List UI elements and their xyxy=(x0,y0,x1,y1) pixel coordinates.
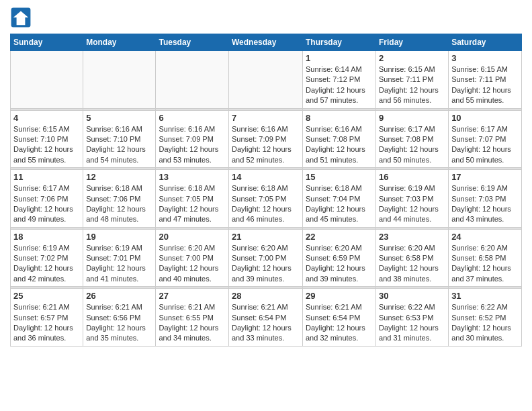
calendar-cell: 6Sunrise: 6:16 AM Sunset: 7:09 PM Daylig… xyxy=(156,110,229,168)
day-info: Sunrise: 6:20 AM Sunset: 6:59 PM Dayligh… xyxy=(306,243,373,285)
weekday-header: Tuesday xyxy=(156,34,229,51)
day-number: 6 xyxy=(159,113,226,123)
calendar-cell: 20Sunrise: 6:20 AM Sunset: 7:00 PM Dayli… xyxy=(156,229,229,287)
weekday-header-row: SundayMondayTuesdayWednesdayThursdayFrid… xyxy=(11,34,522,51)
calendar-cell xyxy=(229,51,303,109)
day-number: 24 xyxy=(451,232,519,242)
day-number: 2 xyxy=(379,53,445,63)
day-info: Sunrise: 6:20 AM Sunset: 7:00 PM Dayligh… xyxy=(159,243,226,285)
day-number: 25 xyxy=(13,291,80,301)
day-number: 15 xyxy=(306,172,373,182)
calendar-cell: 11Sunrise: 6:17 AM Sunset: 7:06 PM Dayli… xyxy=(11,170,83,228)
day-number: 22 xyxy=(306,232,373,242)
calendar-week-row: 11Sunrise: 6:17 AM Sunset: 7:06 PM Dayli… xyxy=(11,170,522,228)
calendar-cell: 9Sunrise: 6:17 AM Sunset: 7:08 PM Daylig… xyxy=(376,110,449,168)
logo xyxy=(10,7,34,28)
day-number: 31 xyxy=(451,291,519,301)
weekday-header: Wednesday xyxy=(229,34,303,51)
calendar-cell: 2Sunrise: 6:15 AM Sunset: 7:11 PM Daylig… xyxy=(376,51,449,109)
day-number: 9 xyxy=(379,113,445,123)
day-number: 26 xyxy=(86,291,152,301)
day-number: 1 xyxy=(306,53,373,63)
day-number: 17 xyxy=(451,172,519,182)
day-info: Sunrise: 6:22 AM Sunset: 6:53 PM Dayligh… xyxy=(379,302,445,344)
day-info: Sunrise: 6:16 AM Sunset: 7:09 PM Dayligh… xyxy=(159,124,226,166)
day-info: Sunrise: 6:20 AM Sunset: 6:58 PM Dayligh… xyxy=(451,243,519,285)
day-info: Sunrise: 6:19 AM Sunset: 7:01 PM Dayligh… xyxy=(86,243,152,285)
calendar-cell: 7Sunrise: 6:16 AM Sunset: 7:09 PM Daylig… xyxy=(229,110,303,168)
calendar-cell: 13Sunrise: 6:18 AM Sunset: 7:05 PM Dayli… xyxy=(156,170,229,228)
calendar-cell: 24Sunrise: 6:20 AM Sunset: 6:58 PM Dayli… xyxy=(449,229,522,287)
calendar-cell: 28Sunrise: 6:21 AM Sunset: 6:54 PM Dayli… xyxy=(229,289,303,347)
calendar-cell: 22Sunrise: 6:20 AM Sunset: 6:59 PM Dayli… xyxy=(303,229,376,287)
calendar-cell xyxy=(156,51,229,109)
calendar-cell: 3Sunrise: 6:15 AM Sunset: 7:11 PM Daylig… xyxy=(449,51,522,109)
calendar-cell: 27Sunrise: 6:21 AM Sunset: 6:55 PM Dayli… xyxy=(156,289,229,347)
day-number: 21 xyxy=(232,232,300,242)
day-info: Sunrise: 6:17 AM Sunset: 7:06 PM Dayligh… xyxy=(13,183,80,225)
day-info: Sunrise: 6:19 AM Sunset: 7:03 PM Dayligh… xyxy=(379,183,445,225)
day-number: 3 xyxy=(451,53,519,63)
day-info: Sunrise: 6:15 AM Sunset: 7:11 PM Dayligh… xyxy=(451,64,519,106)
calendar-cell xyxy=(11,51,83,109)
calendar-cell: 23Sunrise: 6:20 AM Sunset: 6:58 PM Dayli… xyxy=(376,229,449,287)
day-number: 20 xyxy=(159,232,226,242)
day-info: Sunrise: 6:15 AM Sunset: 7:11 PM Dayligh… xyxy=(379,64,445,106)
weekday-header: Thursday xyxy=(303,34,376,51)
day-info: Sunrise: 6:15 AM Sunset: 7:10 PM Dayligh… xyxy=(13,124,80,166)
day-number: 16 xyxy=(379,172,445,182)
day-info: Sunrise: 6:16 AM Sunset: 7:09 PM Dayligh… xyxy=(232,124,300,166)
day-number: 10 xyxy=(451,113,519,123)
day-info: Sunrise: 6:16 AM Sunset: 7:10 PM Dayligh… xyxy=(86,124,152,166)
day-number: 7 xyxy=(232,113,300,123)
weekday-header: Monday xyxy=(83,34,156,51)
day-number: 14 xyxy=(232,172,300,182)
calendar-cell: 17Sunrise: 6:19 AM Sunset: 7:03 PM Dayli… xyxy=(449,170,522,228)
day-info: Sunrise: 6:21 AM Sunset: 6:57 PM Dayligh… xyxy=(13,302,80,344)
calendar-cell: 21Sunrise: 6:20 AM Sunset: 7:00 PM Dayli… xyxy=(229,229,303,287)
day-number: 18 xyxy=(13,232,80,242)
weekday-header: Friday xyxy=(376,34,449,51)
calendar-cell: 26Sunrise: 6:21 AM Sunset: 6:56 PM Dayli… xyxy=(83,289,156,347)
calendar-cell: 15Sunrise: 6:18 AM Sunset: 7:04 PM Dayli… xyxy=(303,170,376,228)
calendar-cell: 1Sunrise: 6:14 AM Sunset: 7:12 PM Daylig… xyxy=(303,51,376,109)
calendar-cell: 16Sunrise: 6:19 AM Sunset: 7:03 PM Dayli… xyxy=(376,170,449,228)
calendar-week-row: 18Sunrise: 6:19 AM Sunset: 7:02 PM Dayli… xyxy=(11,229,522,287)
calendar-cell: 18Sunrise: 6:19 AM Sunset: 7:02 PM Dayli… xyxy=(11,229,83,287)
day-info: Sunrise: 6:16 AM Sunset: 7:08 PM Dayligh… xyxy=(306,124,373,166)
day-info: Sunrise: 6:21 AM Sunset: 6:54 PM Dayligh… xyxy=(306,302,373,344)
day-info: Sunrise: 6:19 AM Sunset: 7:02 PM Dayligh… xyxy=(13,243,80,285)
day-info: Sunrise: 6:21 AM Sunset: 6:55 PM Dayligh… xyxy=(159,302,226,344)
calendar-cell: 19Sunrise: 6:19 AM Sunset: 7:01 PM Dayli… xyxy=(83,229,156,287)
day-info: Sunrise: 6:19 AM Sunset: 7:03 PM Dayligh… xyxy=(451,183,519,225)
calendar-cell: 8Sunrise: 6:16 AM Sunset: 7:08 PM Daylig… xyxy=(303,110,376,168)
calendar-cell: 30Sunrise: 6:22 AM Sunset: 6:53 PM Dayli… xyxy=(376,289,449,347)
calendar-cell xyxy=(83,51,156,109)
day-info: Sunrise: 6:21 AM Sunset: 6:56 PM Dayligh… xyxy=(86,302,152,344)
calendar-cell: 29Sunrise: 6:21 AM Sunset: 6:54 PM Dayli… xyxy=(303,289,376,347)
day-number: 13 xyxy=(159,172,226,182)
calendar-table: SundayMondayTuesdayWednesdayThursdayFrid… xyxy=(10,34,522,347)
page-header xyxy=(10,7,522,28)
day-info: Sunrise: 6:18 AM Sunset: 7:05 PM Dayligh… xyxy=(232,183,300,225)
weekday-header: Sunday xyxy=(11,34,83,51)
day-info: Sunrise: 6:20 AM Sunset: 7:00 PM Dayligh… xyxy=(232,243,300,285)
calendar-cell: 25Sunrise: 6:21 AM Sunset: 6:57 PM Dayli… xyxy=(11,289,83,347)
day-number: 11 xyxy=(13,172,80,182)
day-number: 23 xyxy=(379,232,445,242)
day-number: 8 xyxy=(306,113,373,123)
calendar-cell: 4Sunrise: 6:15 AM Sunset: 7:10 PM Daylig… xyxy=(11,110,83,168)
day-info: Sunrise: 6:22 AM Sunset: 6:52 PM Dayligh… xyxy=(451,302,519,344)
day-number: 12 xyxy=(86,172,152,182)
weekday-header: Saturday xyxy=(449,34,522,51)
calendar-week-row: 25Sunrise: 6:21 AM Sunset: 6:57 PM Dayli… xyxy=(11,289,522,347)
day-info: Sunrise: 6:17 AM Sunset: 7:07 PM Dayligh… xyxy=(451,124,519,166)
day-info: Sunrise: 6:18 AM Sunset: 7:05 PM Dayligh… xyxy=(159,183,226,225)
day-info: Sunrise: 6:18 AM Sunset: 7:06 PM Dayligh… xyxy=(86,183,152,225)
calendar-cell: 12Sunrise: 6:18 AM Sunset: 7:06 PM Dayli… xyxy=(83,170,156,228)
day-info: Sunrise: 6:21 AM Sunset: 6:54 PM Dayligh… xyxy=(232,302,300,344)
day-number: 5 xyxy=(86,113,152,123)
day-info: Sunrise: 6:17 AM Sunset: 7:08 PM Dayligh… xyxy=(379,124,445,166)
day-number: 30 xyxy=(379,291,445,301)
logo-icon xyxy=(10,7,32,28)
